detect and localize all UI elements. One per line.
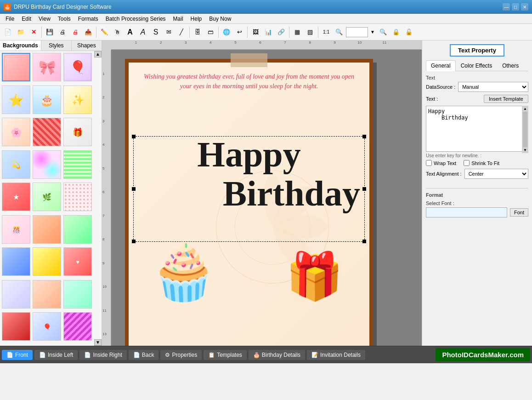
menu-buy[interactable]: Buy Now: [205, 15, 235, 23]
tb-text-a[interactable]: A: [124, 26, 136, 38]
bg-thumb-25[interactable]: [2, 312, 30, 341]
tab-backgrounds[interactable]: Backgrounds: [0, 40, 41, 51]
bg-thumb-23[interactable]: [33, 280, 61, 309]
tb-email[interactable]: ✉: [163, 26, 175, 38]
alignment-label: Text Alignment :: [426, 171, 462, 177]
bg-thumb-5[interactable]: 🎂: [33, 86, 61, 114]
panel-tabs: General Color Effects Others: [426, 60, 528, 71]
tb-img1[interactable]: 🖼: [249, 26, 261, 38]
bg-thumb-6[interactable]: ✨: [63, 86, 92, 114]
tb-img2[interactable]: 📊: [262, 26, 274, 38]
tab-shapes[interactable]: Shapes: [72, 40, 102, 51]
text-scroll-down[interactable]: ▼: [523, 148, 527, 152]
bg-thumb-1[interactable]: [2, 53, 30, 81]
tab-back[interactable]: 📄 Back: [129, 350, 159, 360]
tb-text-a2[interactable]: A: [137, 26, 149, 38]
menu-edit[interactable]: Edit: [18, 15, 35, 23]
font-button[interactable]: Font: [510, 208, 528, 217]
tab-general[interactable]: General: [426, 60, 456, 71]
bg-thumb-16[interactable]: 🎊: [2, 215, 30, 244]
insert-template-btn[interactable]: Insert Template: [484, 95, 528, 103]
bg-thumb-7[interactable]: 🌸: [2, 118, 30, 146]
bg-thumb-17[interactable]: [33, 215, 61, 244]
tab-color-effects[interactable]: Color Effects: [456, 60, 497, 71]
bg-thumb-20[interactable]: [33, 247, 61, 276]
bg-thumb-10[interactable]: 💫: [2, 150, 30, 179]
bg-thumb-2[interactable]: 🎀: [33, 53, 61, 81]
tb-lock[interactable]: 🔒: [390, 26, 402, 38]
tb-line[interactable]: ╱: [175, 26, 187, 38]
tb-db2[interactable]: 🗃: [204, 26, 216, 38]
tb-zoom-out-left[interactable]: 🔍: [333, 26, 345, 38]
bg-thumb-21[interactable]: ♥: [63, 247, 92, 276]
bg-thumb-3[interactable]: 🎈: [63, 53, 92, 81]
datasource-select[interactable]: Manual Database: [458, 82, 528, 92]
wrap-text-checkbox[interactable]: [426, 160, 432, 166]
bg-thumb-12[interactable]: [63, 150, 92, 179]
tb-close[interactable]: ✕: [28, 26, 40, 38]
tb-new[interactable]: 📄: [2, 26, 14, 38]
bg-thumb-24[interactable]: [63, 280, 92, 309]
tb-text-s[interactable]: S: [150, 26, 162, 38]
bg-thumb-15[interactable]: [63, 183, 92, 211]
tb-export[interactable]: 📤: [82, 26, 94, 38]
canvas-area[interactable]: 1 2 3 4 5 6 7 8 9 10 11 1 2 3 4 5 6: [102, 40, 422, 346]
bg-thumb-13[interactable]: ★: [2, 183, 30, 211]
bg-thumb-9[interactable]: 🎁: [63, 118, 92, 146]
bg-thumb-14[interactable]: 🌿: [33, 183, 61, 211]
menu-view[interactable]: View: [35, 15, 54, 23]
tb-cursor[interactable]: 🖱: [111, 26, 123, 38]
text-scroll-up[interactable]: ▲: [523, 107, 527, 111]
tb-zoom-out[interactable]: 🔍: [377, 26, 389, 38]
tab-styles[interactable]: Styles: [41, 40, 72, 51]
bg-thumb-26[interactable]: 🎈: [33, 312, 61, 341]
zoom-dropdown[interactable]: ▼: [369, 26, 376, 38]
shrink-to-checkbox[interactable]: [464, 160, 470, 166]
tab-templates[interactable]: 📋 Templates: [204, 350, 247, 360]
tab-inside-right[interactable]: 📄 Inside Right: [79, 350, 126, 360]
scroll-up[interactable]: ▲: [94, 51, 102, 57]
window-controls[interactable]: — □ ✕: [503, 3, 528, 11]
tab-others[interactable]: Others: [497, 60, 524, 71]
tb-lock2[interactable]: 🔓: [403, 26, 415, 38]
tb-db1[interactable]: 🗄: [192, 26, 204, 38]
menu-help[interactable]: Help: [187, 15, 206, 23]
tb-save1[interactable]: 💾: [44, 26, 56, 38]
maximize-btn[interactable]: □: [512, 3, 519, 11]
menu-formats[interactable]: Formats: [74, 15, 102, 23]
menu-batch[interactable]: Batch Processing Series: [102, 15, 170, 23]
font-input[interactable]: Monotype Corsiva,Italic,36: [426, 207, 507, 217]
tab-birthday-details[interactable]: 🎂 Birthday Details: [249, 350, 305, 360]
tb-img3[interactable]: 🔗: [275, 26, 287, 38]
menu-mail[interactable]: Mail: [170, 15, 187, 23]
alignment-select[interactable]: Center Left Right Justify: [464, 169, 528, 179]
menu-tools[interactable]: Tools: [54, 15, 74, 23]
tab-inside-left[interactable]: 📄 Inside Left: [34, 350, 78, 360]
tb-save2[interactable]: 🖨: [57, 26, 68, 38]
tab-front[interactable]: 📄 Front: [2, 350, 33, 360]
bg-thumb-18[interactable]: [63, 215, 92, 244]
minimize-btn[interactable]: —: [503, 3, 510, 11]
tb-table2[interactable]: ▧: [304, 26, 316, 38]
tb-11[interactable]: 1:1: [320, 26, 332, 38]
birthday-card[interactable]: Wishing you greatest birthday ever, full…: [125, 59, 373, 346]
tab-invitation-details[interactable]: 📝 Invitation Details: [307, 350, 365, 360]
tb-print[interactable]: 🖨: [69, 26, 81, 38]
zoom-input[interactable]: 100: [346, 27, 368, 37]
scroll-down[interactable]: ▼: [94, 339, 102, 346]
bg-thumb-22[interactable]: [2, 280, 30, 309]
bg-thumb-4[interactable]: ⭐: [2, 86, 30, 114]
bg-thumb-11[interactable]: [33, 150, 61, 179]
bg-thumb-19[interactable]: [2, 247, 30, 276]
close-btn[interactable]: ✕: [521, 3, 528, 11]
tb-pencil[interactable]: ✏️: [98, 26, 110, 38]
menu-file[interactable]: File: [2, 15, 18, 23]
tb-globe[interactable]: 🌐: [221, 26, 232, 38]
text-input[interactable]: Happy Birthday: [426, 106, 528, 152]
tb-table1[interactable]: ▦: [291, 26, 303, 38]
tb-open[interactable]: 📁: [15, 26, 27, 38]
tb-arrow[interactable]: ↩: [233, 26, 245, 38]
bg-thumb-27[interactable]: [63, 312, 92, 341]
bg-thumb-8[interactable]: [33, 118, 61, 146]
tab-properties[interactable]: ⚙ Properties: [160, 350, 202, 360]
